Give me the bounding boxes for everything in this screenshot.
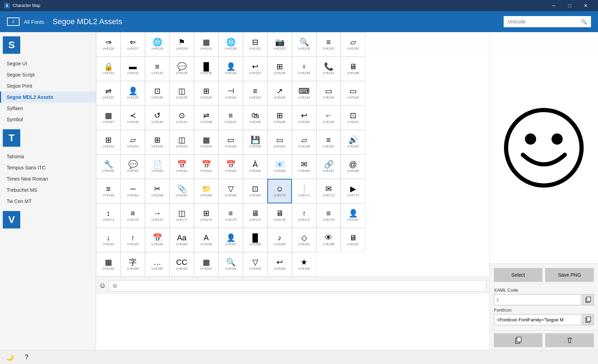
delete-button[interactable] <box>545 333 594 347</box>
char-cell-UE185[interactable]: AaU+E185 <box>170 228 194 252</box>
char-cell-UE12B[interactable]: 🌐U+E12B <box>218 32 243 57</box>
char-cell-UE14A[interactable]: ⊙U+E14A <box>170 105 194 130</box>
sidebar-item-sylfaen[interactable]: Sylfaen <box>0 103 96 114</box>
char-cell-UE153[interactable]: ▱U+E153 <box>121 130 145 154</box>
char-cell-UE195[interactable]: ★U+E195 <box>292 252 316 277</box>
char-cell-UE142[interactable]: ≡U+E142 <box>243 81 267 105</box>
all-fonts-label[interactable]: All Fonts <box>24 19 44 25</box>
char-cell-UE158[interactable]: ▭U+E158 <box>218 130 243 154</box>
char-cell-UE14C[interactable]: ≡U+E14C <box>218 105 243 130</box>
night-mode-button[interactable]: 🌙 <box>4 352 15 363</box>
char-cell-UE181[interactable]: 👤U+E181 <box>341 203 365 228</box>
char-cell-UE165[interactable]: 📧U+E165 <box>267 154 292 179</box>
char-cell-UE171[interactable]: ❕U+E171 <box>292 179 316 203</box>
fonticon-input[interactable] <box>494 314 581 325</box>
char-cell-UE15B[interactable]: ▱U+E15B <box>292 130 316 154</box>
char-cell-UE156[interactable]: ▦U+E156 <box>194 130 218 154</box>
copy-chars-button[interactable] <box>494 333 542 347</box>
char-cell-UE132[interactable]: ▬U+E132 <box>121 57 145 81</box>
char-cell-UE15E[interactable]: 🔧U+E15E <box>96 154 121 179</box>
char-cell-UE15F[interactable]: 💬U+E15F <box>121 154 145 179</box>
char-cell-UE18A[interactable]: ◇U+E18A <box>292 228 316 252</box>
char-cell-UE149[interactable]: ↺U+E149 <box>145 105 170 130</box>
select-button[interactable]: Select <box>494 268 542 282</box>
sidebar-item-segoe-script[interactable]: Segoe Script <box>0 69 96 80</box>
char-cell-UE160[interactable]: 📄U+E160 <box>145 154 170 179</box>
minimize-button[interactable]: ─ <box>546 0 562 11</box>
char-cell-UE184[interactable]: 📅U+E184 <box>145 228 170 252</box>
char-cell-UE175[interactable]: ≡U+E175 <box>121 203 145 228</box>
char-cell-UE166[interactable]: ✉U+E166 <box>292 154 316 179</box>
char-cell-UE164[interactable]: ĀU+E164 <box>243 154 267 179</box>
char-cell-UE148[interactable]: ≺U+E148 <box>121 105 145 130</box>
char-cell-UE14F[interactable]: ↩U+E14F <box>292 105 316 130</box>
char-cell-UE126[interactable]: ⇒U+E126 <box>96 32 121 57</box>
char-cell-UE16E[interactable]: ▽U+E16E <box>218 179 243 203</box>
char-cell-UE152[interactable]: ⊞U+E152 <box>96 130 121 154</box>
char-cell-UE17D[interactable]: ≡U+E17D <box>316 203 341 228</box>
char-cell-UE179[interactable]: ≡U+E179 <box>218 203 243 228</box>
char-cell-UE18C[interactable]: 🖥U+E18C <box>341 228 365 252</box>
char-cell-UE167[interactable]: 🔗U+E167 <box>316 154 341 179</box>
char-cell-UE169[interactable]: ≡U+E169 <box>96 179 121 203</box>
char-cell-UE128[interactable]: 🌐U+E128 <box>145 32 170 57</box>
char-cell-UE161[interactable]: 📅U+E161 <box>170 154 194 179</box>
char-cell-UE147[interactable]: ▦U+E147 <box>96 105 121 130</box>
char-cell-UE141[interactable]: ⊣U+E141 <box>218 81 243 105</box>
char-cell-UE173[interactable]: ▶U+E173 <box>341 179 365 203</box>
char-cell-UE12E[interactable]: 🔍U+E12E <box>292 32 316 57</box>
char-cell-UE15D[interactable]: 🔊U+E15D <box>341 130 365 154</box>
char-cell-UE12D[interactable]: 📷U+E12D <box>267 32 292 57</box>
char-cell-UE131[interactable]: 🔒U+E131 <box>96 57 121 81</box>
char-cell-UE13B[interactable]: 🖥U+E13B <box>341 57 365 81</box>
char-cell-UE14E[interactable]: ⊞U+E14E <box>267 105 292 130</box>
char-cell-UE16D[interactable]: 📁U+E16D <box>194 179 218 203</box>
char-input-field[interactable] <box>109 280 487 291</box>
xaml-copy-button[interactable] <box>583 294 594 305</box>
char-cell-UE136[interactable]: 👤U+E136 <box>218 57 243 81</box>
char-cell-UE17B[interactable]: 🖥U+E17B <box>267 203 292 228</box>
sidebar-item-times[interactable]: Times New Roman <box>0 173 96 184</box>
char-cell-UE17C[interactable]: ↑U+E17C <box>292 203 316 228</box>
char-cell-UE130[interactable]: ▱U+E130 <box>341 32 365 57</box>
char-cell-UE163[interactable]: 📅U+E163 <box>218 154 243 179</box>
sidebar-item-tempus[interactable]: Tempus Sans ITC <box>0 162 96 173</box>
char-cell-UE12A[interactable]: ▦U+E12A <box>194 32 218 57</box>
char-cell-UE13D[interactable]: 👤U+E13D <box>121 81 145 105</box>
char-cell-UE193[interactable]: ▽U+E193 <box>243 252 267 277</box>
char-cell-UE16F[interactable]: ⊡U+E16F <box>243 179 267 203</box>
char-cell-UE151[interactable]: ⊡U+E151 <box>341 105 365 130</box>
char-cell-UE146[interactable]: ▭U+E146 <box>341 81 365 105</box>
char-cell-UE135[interactable]: █U+E135 <box>194 57 218 81</box>
char-cell-UE172[interactable]: ✉U+E172 <box>316 179 341 203</box>
char-cell-UE16C[interactable]: 📎U+E16C <box>170 179 194 203</box>
char-cell-UE188[interactable]: █U+E188 <box>243 228 267 252</box>
char-cell-UE170[interactable]: ☺U+E170 <box>267 179 292 203</box>
char-cell-UE174[interactable]: ↕U+E174 <box>96 203 121 228</box>
sidebar-item-segoe-ui[interactable]: Segoe UI <box>0 58 96 69</box>
char-cell-UE16A[interactable]: ─U+E16A <box>121 179 145 203</box>
char-cell-UE190[interactable]: CCU+E190 <box>170 252 194 277</box>
sidebar-item-symbol[interactable]: Symbol <box>0 114 96 125</box>
char-cell-UE18B[interactable]: 👁U+E18B <box>316 228 341 252</box>
char-cell-UE155[interactable]: ◫U+E155 <box>170 130 194 154</box>
char-cell-UE12C[interactable]: ⊟U+E12C <box>243 32 267 57</box>
char-cell-UE15A[interactable]: ▭U+E15A <box>267 130 292 154</box>
char-cell-UE150[interactable]: ←U+E150 <box>316 105 341 130</box>
char-cell-UE17A[interactable]: 🖥U+E17A <box>243 203 267 228</box>
sidebar-item-twcen[interactable]: Tw Cen MT <box>0 196 96 207</box>
char-cell-UE159[interactable]: 💾U+E159 <box>243 130 267 154</box>
close-button[interactable]: ✕ <box>578 0 594 11</box>
char-cell-UE137[interactable]: ↩U+E137 <box>243 57 267 81</box>
char-cell-UE18F[interactable]: …U+E18F <box>145 252 170 277</box>
char-cell-UE189[interactable]: ♪U+E189 <box>267 228 292 252</box>
char-cell-UE194[interactable]: ↩U+E194 <box>267 252 292 277</box>
char-cell-UE13E[interactable]: ⊡U+E13E <box>145 81 170 105</box>
char-cell-UE140[interactable]: ⊞U+E140 <box>194 81 218 105</box>
char-cell-UE176[interactable]: →U+E176 <box>145 203 170 228</box>
maximize-button[interactable]: □ <box>562 0 578 11</box>
help-button[interactable]: ? <box>21 352 32 363</box>
char-cell-UE13C[interactable]: ⇌U+E13C <box>96 81 121 105</box>
char-cell-UE14B[interactable]: ⇌U+E14B <box>194 105 218 130</box>
char-cell-UE154[interactable]: ⊞U+E154 <box>145 130 170 154</box>
